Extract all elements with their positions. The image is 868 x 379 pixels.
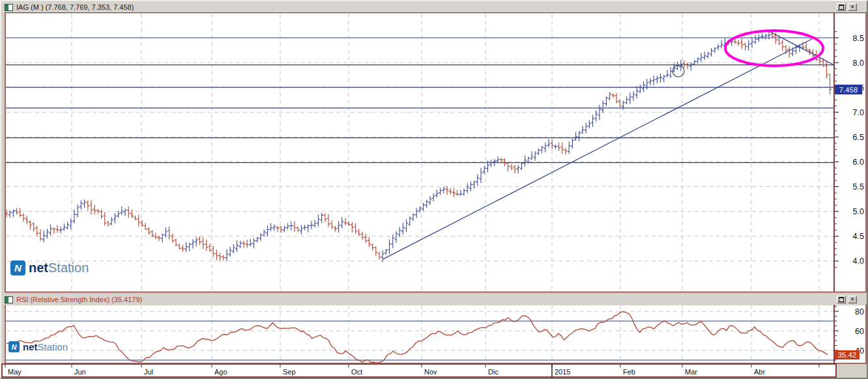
svg-text:Jul: Jul	[144, 368, 153, 376]
svg-text:60: 60	[855, 327, 864, 336]
close-button[interactable]: ✕	[848, 296, 857, 303]
svg-text:8.0: 8.0	[853, 59, 864, 68]
svg-text:4.5: 4.5	[853, 232, 864, 241]
rsi-panel-titlebar: RSI (Relative Strength Index) (35.4179) …	[2, 294, 866, 305]
svg-text:6.5: 6.5	[853, 133, 864, 142]
maximize-button[interactable]	[837, 3, 846, 11]
svg-text:Abr: Abr	[754, 368, 765, 376]
svg-text:4.0: 4.0	[853, 257, 864, 266]
rsi-value-tag: 35.42	[835, 350, 860, 359]
rsi-panel-title: RSI (Relative Strength Index) (35.4179)	[16, 296, 142, 303]
svg-text:Oct: Oct	[351, 368, 362, 376]
svg-text:6.0: 6.0	[853, 158, 864, 167]
maximize-icon	[839, 5, 844, 10]
svg-text:Ago: Ago	[214, 368, 227, 376]
charts-canvas[interactable]: 8.58.07.57.06.56.05.55.04.54.0806040MayJ…	[0, 0, 868, 379]
main-panel-titlebar: IAG (M ) (7.768, 7.769, 7.353, 7.458) ✕	[2, 2, 866, 12]
svg-text:5.0: 5.0	[853, 207, 864, 216]
last-price-tag: 7.458	[835, 85, 862, 94]
close-icon: ✕	[850, 297, 855, 302]
svg-text:May: May	[8, 368, 22, 376]
main-panel-title: IAG (M ) (7.768, 7.769, 7.353, 7.458)	[16, 3, 134, 11]
close-button[interactable]: ✕	[848, 3, 857, 11]
svg-text:Feb: Feb	[623, 368, 635, 376]
svg-text:5.5: 5.5	[853, 182, 864, 191]
svg-text:80: 80	[855, 307, 864, 316]
svg-text:Nov: Nov	[424, 368, 437, 376]
maximize-button[interactable]	[837, 296, 846, 303]
svg-text:8.5: 8.5	[853, 34, 864, 43]
svg-text:2015: 2015	[555, 368, 570, 376]
chart-window-icon	[5, 4, 13, 11]
chart-window-icon	[5, 296, 13, 303]
svg-text:Sep: Sep	[283, 368, 296, 376]
maximize-icon	[839, 297, 844, 302]
svg-text:Dic: Dic	[488, 368, 499, 376]
main-panel-window-controls: ✕	[837, 3, 857, 11]
svg-text:7.0: 7.0	[853, 108, 864, 117]
svg-text:Jun: Jun	[74, 368, 86, 376]
svg-text:Mar: Mar	[685, 368, 697, 376]
close-icon: ✕	[850, 5, 855, 10]
rsi-panel-window-controls: ✕	[837, 296, 857, 303]
